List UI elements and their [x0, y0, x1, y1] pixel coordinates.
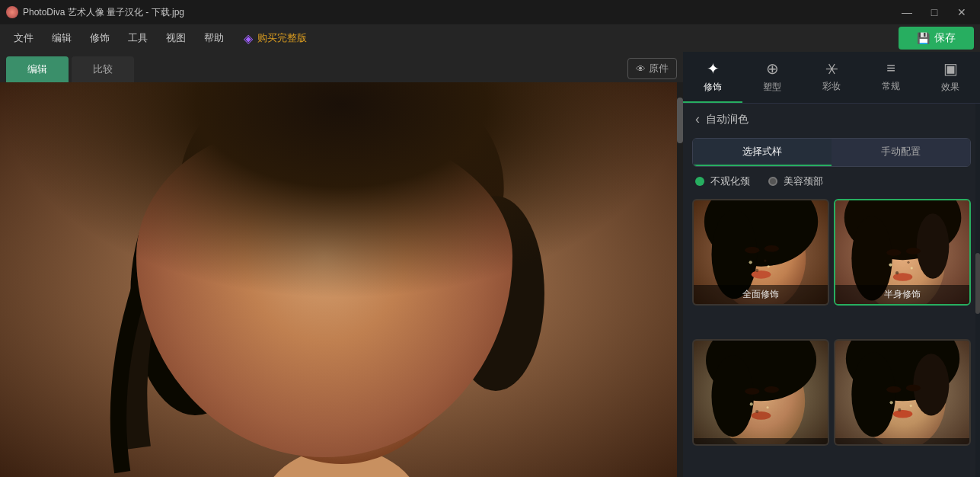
- neck-blemish-label: 不观化颈: [710, 174, 750, 188]
- sub-tab-select[interactable]: 选择式样: [693, 139, 832, 166]
- style-card-4[interactable]: [834, 339, 971, 446]
- menubar: 文件 编辑 修饰 工具 视图 帮助 ◈ 购买完整版 💾 保存: [0, 24, 980, 52]
- menu-tools[interactable]: 工具: [120, 28, 155, 48]
- svg-point-5: [447, 196, 544, 391]
- menu-help[interactable]: 帮助: [196, 28, 231, 48]
- buy-button[interactable]: ◈ 购买完整版: [235, 28, 316, 49]
- svg-point-27: [745, 247, 759, 254]
- panel-tab-sculpt[interactable]: ⊕ 塑型: [742, 52, 802, 103]
- svg-point-9: [375, 283, 397, 294]
- tabs-bar: 编辑 比较 👁 原件: [0, 52, 683, 82]
- style-card-3-label: [694, 438, 828, 444]
- canvas-scrollbar-thumb[interactable]: [677, 98, 683, 143]
- sub-tab-manual[interactable]: 手动配置: [832, 139, 970, 166]
- svg-point-19: [314, 339, 321, 346]
- app-icon: [6, 6, 18, 18]
- neck-beauty-label: 美容颈部: [784, 174, 823, 188]
- right-panel: ✦ 修饰 ⊕ 塑型 ⚹ 彩妆 ≡ 常规 ▣ 效果 ‹: [683, 52, 980, 477]
- card-3-image: [694, 341, 828, 444]
- style-card-full[interactable]: 全面修饰: [692, 199, 829, 306]
- svg-point-16: [332, 308, 335, 311]
- tab-compare[interactable]: 比较: [72, 56, 134, 82]
- tab-edit[interactable]: 编辑: [6, 56, 69, 82]
- main-layout: 编辑 比较 👁 原件: [0, 52, 980, 477]
- close-button[interactable]: ✕: [950, 0, 974, 24]
- style-card-1-label: 全面修饰: [694, 285, 828, 304]
- neck-beauty-toggle[interactable]: 美容颈部: [768, 174, 823, 188]
- image-display: [0, 82, 683, 477]
- panel-tab-retouch-label: 修饰: [704, 81, 722, 94]
- makeup-icon: ⚹: [825, 59, 838, 77]
- panel-scrollbar-thumb[interactable]: [975, 253, 980, 314]
- section-title: 自动润色: [706, 113, 749, 126]
- portrait-canvas: [0, 82, 683, 477]
- panel-tab-retouch[interactable]: ✦ 修饰: [683, 52, 742, 103]
- svg-point-62: [906, 384, 921, 391]
- panel-tab-makeup[interactable]: ⚹ 彩妆: [802, 52, 861, 103]
- titlebar-controls: — □ ✕: [895, 0, 974, 24]
- titlebar-left: PhotoDiva 艺术人像 量子汉化 - 下载.jpg: [6, 6, 184, 19]
- style-card-2-label: 半身修饰: [835, 285, 969, 304]
- style-card-half[interactable]: 半身修饰: [834, 199, 971, 306]
- back-nav: ‹ 自动润色: [683, 104, 980, 135]
- style-card-4-label: [835, 438, 969, 444]
- minimize-button[interactable]: —: [895, 0, 919, 24]
- svg-point-10: [313, 365, 370, 385]
- style-card-3[interactable]: [692, 339, 829, 446]
- svg-point-13: [356, 316, 359, 319]
- svg-point-4: [130, 171, 260, 415]
- svg-point-42: [889, 263, 892, 266]
- original-label: 原件: [649, 62, 669, 75]
- save-button[interactable]: 💾 保存: [899, 27, 974, 50]
- svg-point-31: [768, 265, 770, 267]
- style-grid: 全面修饰: [683, 196, 980, 477]
- menu-edit[interactable]: 编辑: [44, 28, 79, 48]
- menu-retouch[interactable]: 修饰: [82, 28, 117, 48]
- svg-point-38: [917, 213, 950, 278]
- svg-point-55: [755, 409, 758, 412]
- svg-point-54: [766, 406, 768, 408]
- svg-point-32: [755, 269, 758, 272]
- svg-point-20: [347, 356, 352, 360]
- neck-blemish-toggle[interactable]: 不观化颈: [695, 174, 750, 188]
- neck-blemish-dot: [695, 177, 704, 186]
- svg-point-7: [368, 280, 413, 299]
- titlebar: PhotoDiva 艺术人像 量子汉化 - 下载.jpg — □ ✕: [0, 0, 980, 24]
- svg-point-11: [315, 370, 367, 386]
- svg-point-29: [752, 271, 771, 279]
- svg-point-61: [886, 386, 901, 393]
- retouch-icon: ✦: [707, 59, 720, 78]
- general-icon: ≡: [886, 59, 895, 77]
- menu-file[interactable]: 文件: [6, 28, 41, 48]
- svg-point-14: [299, 357, 303, 360]
- svg-point-12: [314, 324, 319, 328]
- eye-icon: 👁: [636, 63, 646, 75]
- svg-point-28: [765, 245, 779, 252]
- panel-tab-general-label: 常规: [882, 80, 900, 93]
- effects-icon: ▣: [943, 59, 958, 78]
- canvas-area: 编辑 比较 👁 原件: [0, 52, 683, 477]
- svg-point-41: [893, 273, 913, 281]
- panel-scrollbar[interactable]: [975, 104, 980, 477]
- back-button[interactable]: ‹: [695, 111, 700, 127]
- svg-point-53: [750, 402, 753, 405]
- svg-point-65: [910, 405, 912, 407]
- buy-label: 购买完整版: [257, 31, 307, 45]
- svg-point-52: [752, 411, 771, 420]
- svg-point-39: [886, 249, 901, 256]
- panel-tab-effects[interactable]: ▣ 效果: [921, 52, 980, 103]
- panel-tab-general[interactable]: ≡ 常规: [861, 52, 921, 103]
- svg-point-3: [179, 82, 503, 318]
- save-icon: 💾: [917, 32, 930, 44]
- diamond-icon: ◈: [244, 31, 253, 46]
- maximize-button[interactable]: □: [922, 0, 946, 24]
- panel-tab-effects-label: 效果: [941, 81, 959, 94]
- svg-point-59: [851, 352, 895, 437]
- canvas-scrollbar[interactable]: [677, 82, 683, 477]
- svg-point-60: [913, 354, 949, 415]
- original-toggle[interactable]: 👁 原件: [627, 58, 677, 79]
- svg-point-40: [906, 248, 921, 255]
- svg-point-44: [895, 271, 899, 274]
- right-panel-inner: ‹ 自动润色 选择式样 手动配置 不观化颈 美容颈部: [683, 104, 980, 477]
- menu-view[interactable]: 视图: [158, 28, 193, 48]
